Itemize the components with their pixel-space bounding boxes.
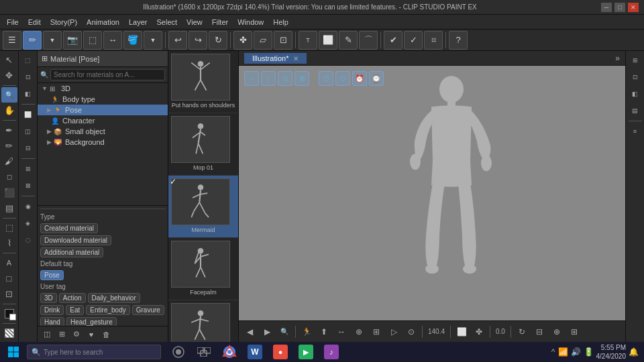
tool-frame[interactable]: ⊡ <box>1 286 17 301</box>
toolbar-snap-icon[interactable]: ✎ <box>339 31 358 50</box>
minimize-button[interactable]: ─ <box>601 3 612 12</box>
3d-ctrl-4[interactable]: ⊕ <box>294 71 309 86</box>
cb-figure4[interactable]: ⊕ <box>351 324 367 340</box>
toolbar-rect-icon[interactable]: ▱ <box>254 31 272 50</box>
panel-settings-btn[interactable]: ⚙ <box>70 328 83 341</box>
toolbar-camera-icon[interactable]: 📷 <box>63 31 82 50</box>
toolbar-pen-icon[interactable]: ⌗ <box>424 31 443 50</box>
cb-move[interactable]: ✤ <box>471 324 487 340</box>
tag-head[interactable]: Head_gesture <box>66 317 117 326</box>
tree-item-bodytype[interactable]: 🏃 Body type <box>38 94 168 105</box>
tool-shape[interactable]: □ <box>1 271 17 286</box>
tree-item-character[interactable]: 👤 Character <box>38 115 168 126</box>
tool-brush[interactable]: 🖌 <box>1 154 17 168</box>
3d-ctrl-3[interactable]: ⊙ <box>278 71 292 86</box>
canvas-tab-illustration[interactable]: Illustration* ✕ <box>244 53 307 64</box>
tree-item-background[interactable]: ▶ 🌄 Background <box>38 137 168 147</box>
cb-extra4[interactable]: ⊞ <box>566 324 582 340</box>
taskbar-cortana[interactable] <box>166 342 191 362</box>
tray-volume[interactable]: 🔊 <box>571 347 581 357</box>
toolbar-draw-icon[interactable]: ✏ <box>23 31 42 50</box>
st-btn4[interactable]: ⬜ <box>20 107 36 123</box>
tag-eat[interactable]: Eat <box>66 305 84 315</box>
toolbar-check-icon[interactable]: ✔ <box>384 31 402 50</box>
st-btn10[interactable]: ◈ <box>20 215 36 231</box>
cb-figure3[interactable]: ↔ <box>333 324 350 340</box>
toolbar-rotate-icon[interactable]: ↻ <box>209 31 227 50</box>
taskbar-app1[interactable]: ● <box>268 342 292 362</box>
menu-story[interactable]: Story(P) <box>46 17 81 27</box>
3d-ctrl-5[interactable]: ⏱ <box>319 71 333 86</box>
tag-entire[interactable]: Entire_body <box>86 305 129 315</box>
st-btn5[interactable]: ◫ <box>20 123 36 139</box>
tool-text[interactable]: A <box>1 255 17 270</box>
tag-downloaded[interactable]: Downloaded material <box>40 235 111 245</box>
menu-select[interactable]: Select <box>153 17 182 27</box>
st-btn7[interactable]: ⊞ <box>20 161 36 177</box>
toolbar-move2-icon[interactable]: ✤ <box>233 31 252 50</box>
menu-window[interactable]: Window <box>233 17 268 27</box>
tool-select-rect[interactable]: ⬚ <box>1 220 17 235</box>
st-btn6[interactable]: ⊟ <box>20 140 36 156</box>
taskbar-app2[interactable]: ▶ <box>294 342 318 362</box>
tag-hand[interactable]: Hand <box>40 317 64 326</box>
st-btn11[interactable]: ◌ <box>20 232 36 248</box>
tree-item-smallobject[interactable]: ▶ 📦 Small object <box>38 126 168 137</box>
tag-additional[interactable]: Additional material <box>40 247 103 257</box>
panel-grid-btn[interactable]: ⊞ <box>55 328 68 341</box>
taskbar-chrome[interactable] <box>217 342 241 362</box>
tool-hand[interactable]: ✋ <box>1 103 17 118</box>
tray-notification[interactable]: 🔔 <box>629 347 639 357</box>
tool-select-lasso[interactable]: ⌇ <box>1 236 17 251</box>
toolbar-move-icon[interactable]: ↔ <box>103 31 122 50</box>
menu-view[interactable]: View <box>182 17 207 27</box>
maximize-button[interactable]: □ <box>614 3 625 12</box>
tool-gradient[interactable]: ▤ <box>1 200 17 215</box>
thumb-item-4[interactable] <box>168 300 238 342</box>
canvas-tab-close[interactable]: ✕ <box>293 55 299 62</box>
menu-edit[interactable]: Edit <box>24 17 45 27</box>
toolbar-curve-icon[interactable]: ⌒ <box>359 31 378 50</box>
tool-move[interactable]: ✥ <box>1 68 17 82</box>
3d-ctrl-1[interactable]: ↔ <box>244 71 259 86</box>
system-clock[interactable]: 5:55 PM 4/24/2020 <box>596 343 627 361</box>
close-button[interactable]: ✕ <box>628 3 639 12</box>
thumb-item-1[interactable]: Mop 01 <box>168 113 238 176</box>
toolbar-bucket-icon[interactable]: 🪣 <box>123 31 142 50</box>
toolbar-dropdown-icon[interactable]: ▼ <box>43 31 62 50</box>
tag-3d[interactable]: 3D <box>40 293 57 303</box>
thumb-item-2[interactable]: ✓ Mermaid <box>168 176 238 238</box>
tree-item-3d[interactable]: ▼ ⊞ 3D <box>38 83 168 94</box>
canvas-tab-more[interactable]: » <box>615 54 620 63</box>
toolbar-bucket-dropdown[interactable]: ▼ <box>144 31 162 50</box>
toolbar-transform-icon[interactable]: ⊡ <box>274 31 292 50</box>
taskbar-word[interactable]: W <box>243 342 267 362</box>
st-btn2[interactable]: ⊡ <box>20 69 36 85</box>
3d-ctrl-8[interactable]: ⌚ <box>369 71 384 86</box>
thumb-item-0[interactable]: Put hands on shoulders <box>168 51 238 113</box>
taskbar-app3[interactable]: ♪ <box>319 342 343 362</box>
tool-pen[interactable]: ✒ <box>1 123 17 137</box>
thumb-item-3[interactable]: Facepalm <box>168 238 238 300</box>
toolbar-redo-icon[interactable]: ↪ <box>189 31 207 50</box>
tool-color-fg[interactable] <box>1 306 17 321</box>
st-btn1[interactable]: ⬚ <box>20 52 36 68</box>
toolbar-undo-icon[interactable]: ↩ <box>168 31 187 50</box>
tag-drink[interactable]: Drink <box>40 305 64 315</box>
cb-prev[interactable]: ◀ <box>241 324 258 340</box>
3d-ctrl-7[interactable]: ⏰ <box>352 71 367 86</box>
tray-network[interactable]: 📶 <box>558 347 568 357</box>
menu-layer[interactable]: Layer <box>125 17 152 27</box>
st-btn8[interactable]: ⊠ <box>20 178 36 194</box>
toolbar-question-icon[interactable]: ? <box>449 31 468 50</box>
panel-delete-btn[interactable]: 🗑 <box>99 328 113 341</box>
rp-btn1[interactable]: ⊞ <box>627 52 643 68</box>
tool-fill[interactable]: ⬛ <box>1 185 17 200</box>
tag-daily[interactable]: Daily_behavior <box>88 293 140 303</box>
tool-zoom[interactable]: 🔍 <box>1 87 17 102</box>
tag-created[interactable]: Created material <box>40 223 98 233</box>
tag-gravure[interactable]: Gravure <box>132 305 164 315</box>
3d-ctrl-2[interactable]: ↕ <box>261 71 276 86</box>
cb-figure5[interactable]: ⊞ <box>368 324 384 340</box>
start-button[interactable] <box>0 342 27 362</box>
